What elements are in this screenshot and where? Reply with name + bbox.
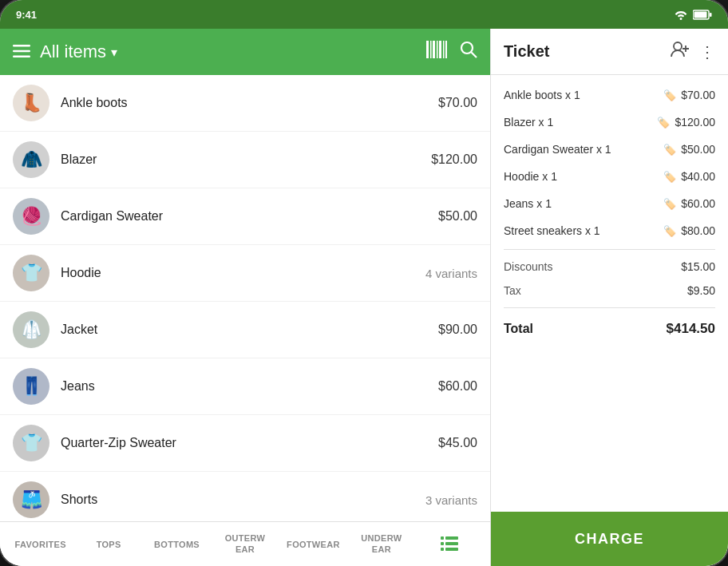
item-name: Shorts [61,493,425,507]
ticket-item-row[interactable]: Blazer x 1🏷️$120.00 [491,109,728,136]
svg-rect-16 [445,536,458,540]
ticket-item-price: $60.00 [681,197,715,210]
svg-rect-3 [13,45,30,47]
svg-point-13 [461,42,473,53]
list-item[interactable]: 🧶Cardigan Sweater$50.00 [0,188,490,245]
status-bar: 9:41 [0,0,728,29]
price-tag-icon: 🏷️ [657,117,670,129]
svg-rect-2 [694,11,707,18]
ticket-item-name: Ankle boots x 1 [504,89,663,101]
item-price: $60.00 [438,379,477,394]
ticket-items: Ankle boots x 1🏷️$70.00Blazer x 1🏷️$120.… [491,75,728,512]
svg-rect-9 [437,41,438,58]
bottom-tabs: FAVORITES TOPS BOTTOMS OUTERWEAR FOOTWEA… [0,521,490,566]
total-row: Total$414.50 [491,313,728,345]
status-time: 9:41 [16,9,37,21]
tab-tops[interactable]: TOPS [74,535,142,554]
barcode-icon[interactable] [426,41,447,63]
menu-icon[interactable] [13,43,30,61]
svg-rect-20 [445,548,458,551]
svg-rect-1 [710,13,712,17]
list-item[interactable]: 👖Jeans$60.00 [0,358,490,415]
ticket-item-name: Blazer x 1 [504,116,657,129]
svg-rect-5 [13,55,30,57]
left-panel: All items ▾ [0,29,491,566]
item-image: 👖 [13,368,49,405]
tax-value: $9.50 [687,284,715,297]
price-tag-icon: 🏷️ [663,171,676,183]
tax-label: Tax [504,284,687,297]
discounts-row: Discounts$15.00 [491,255,728,279]
header-title: All items [40,42,106,62]
discounts-value: $15.00 [681,260,715,273]
price-tag-icon: 🏷️ [663,198,676,210]
item-price: 3 variants [425,493,477,507]
list-item[interactable]: 👕Quarter-Zip Sweater$45.00 [0,415,490,472]
dropdown-icon: ▾ [111,45,117,60]
header-title-area[interactable]: All items ▾ [40,42,417,62]
item-name: Quarter-Zip Sweater [61,436,438,450]
more-options-icon[interactable]: ⋮ [699,42,715,61]
list-item[interactable]: 🥼Jacket$90.00 [0,302,490,358]
ticket-title: Ticket [504,42,671,61]
header-actions [426,41,477,63]
svg-rect-6 [426,41,429,58]
total-label: Total [504,322,667,336]
ticket-item-name: Hoodie x 1 [504,170,663,183]
tab-favorites[interactable]: FAVORITES [6,535,74,554]
item-name: Blazer [61,152,431,167]
charge-button[interactable]: CHARGE [491,512,728,566]
tab-underwear[interactable]: UNDERWEAR [347,528,415,559]
ticket-item-row[interactable]: Hoodie x 1🏷️$40.00 [491,163,728,190]
item-price: $70.00 [438,96,477,110]
svg-rect-10 [439,41,441,58]
item-price: $50.00 [438,209,477,224]
ticket-item-price: $120.00 [675,116,715,129]
item-price: 4 variants [425,267,477,280]
tab-list-view[interactable] [416,532,484,557]
list-item[interactable]: 🧥Blazer$120.00 [0,132,490,188]
price-tag-icon: 🏷️ [663,225,676,237]
add-customer-icon[interactable] [671,41,690,62]
item-image: 🧥 [13,141,49,178]
total-value: $414.50 [667,321,715,337]
battery-icon [693,10,712,20]
ticket-item-price: $40.00 [681,170,715,183]
ticket-divider [504,249,715,250]
item-image: 👢 [13,85,49,121]
tax-row: Tax$9.50 [491,279,728,303]
ticket-item-name: Jeans x 1 [504,197,663,210]
discounts-label: Discounts [504,260,681,273]
svg-point-21 [674,42,682,50]
ticket-item-row[interactable]: Cardigan Sweater x 1🏷️$50.00 [491,136,728,163]
svg-line-14 [472,53,477,58]
svg-rect-4 [13,49,30,52]
ticket-divider-2 [504,307,715,308]
ticket-item-price: $70.00 [681,89,715,101]
item-image: 👕 [13,255,49,291]
tab-bottoms[interactable]: BOTTOMS [143,535,211,554]
tab-footwear[interactable]: FOOTWEAR [279,535,347,554]
list-item[interactable]: 👕Hoodie4 variants [0,245,490,302]
tab-outerwear[interactable]: OUTERWEAR [211,528,279,559]
ticket-item-price: $50.00 [681,143,715,156]
list-item[interactable]: 👢Ankle boots$70.00 [0,75,490,132]
svg-rect-11 [443,41,445,58]
ticket-item-row[interactable]: Jeans x 1🏷️$60.00 [491,190,728,217]
items-list: 👢Ankle boots$70.00🧥Blazer$120.00🧶Cardiga… [0,75,490,521]
item-name: Ankle boots [61,96,438,110]
item-name: Hoodie [61,266,425,280]
list-item[interactable]: 🩳Shorts3 variants [0,472,490,521]
item-name: Jacket [61,323,438,337]
item-price: $45.00 [438,436,477,450]
item-price: $120.00 [431,152,477,167]
svg-rect-12 [445,41,447,58]
search-icon[interactable] [460,41,477,63]
status-bar-right [674,9,712,20]
ticket-item-row[interactable]: Ankle boots x 1🏷️$70.00 [491,81,728,109]
item-image: 🩳 [13,481,49,518]
item-image: 🥼 [13,311,49,348]
item-price: $90.00 [438,323,477,337]
ticket-item-row[interactable]: Street sneakers x 1🏷️$80.00 [491,217,728,244]
ticket-item-price: $80.00 [681,224,715,237]
